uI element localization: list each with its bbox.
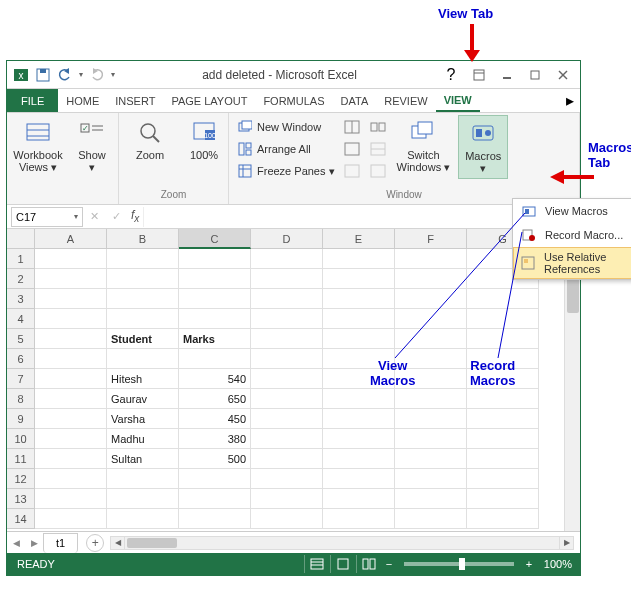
cell[interactable] (395, 289, 467, 309)
cell[interactable] (35, 309, 107, 329)
row-header[interactable]: 14 (7, 509, 35, 529)
cell[interactable] (179, 289, 251, 309)
cell[interactable] (395, 429, 467, 449)
redo-icon[interactable] (89, 67, 105, 83)
cell[interactable] (467, 329, 539, 349)
cell[interactable] (323, 469, 395, 489)
tab-formulas[interactable]: FORMULAS (255, 89, 332, 112)
zoom-slider-thumb[interactable] (459, 558, 465, 570)
cell[interactable] (467, 409, 539, 429)
cell[interactable] (251, 289, 323, 309)
sheet-nav-next[interactable]: ▶ (25, 534, 43, 552)
cell[interactable] (107, 349, 179, 369)
cell[interactable]: 380 (179, 429, 251, 449)
row-header[interactable]: 1 (7, 249, 35, 269)
cell[interactable]: 650 (179, 389, 251, 409)
name-box[interactable]: C17▾ (11, 207, 83, 227)
cell[interactable] (107, 309, 179, 329)
cell[interactable] (107, 489, 179, 509)
undo-dropdown-icon[interactable]: ▾ (79, 70, 83, 79)
view-side-button[interactable] (367, 117, 389, 137)
cell[interactable] (179, 269, 251, 289)
zoom-out-button[interactable]: − (382, 558, 396, 570)
col-header[interactable]: A (35, 229, 107, 249)
maximize-button[interactable] (522, 65, 548, 85)
zoom-100-button[interactable]: 100 100% (179, 115, 229, 165)
cell[interactable] (467, 469, 539, 489)
col-header[interactable]: D (251, 229, 323, 249)
menu-use-relative-references[interactable]: Use Relative References (513, 247, 631, 279)
cell[interactable] (179, 249, 251, 269)
ribbon-collapse-icon[interactable]: ▸ (560, 89, 580, 112)
cell[interactable]: 450 (179, 409, 251, 429)
macros-button[interactable]: Macros▾ (458, 115, 508, 179)
scroll-left-button[interactable]: ◀ (111, 537, 125, 549)
tab-view[interactable]: VIEW (436, 89, 480, 112)
cell[interactable] (395, 309, 467, 329)
help-button[interactable]: ? (438, 65, 464, 85)
unhide-button[interactable] (341, 161, 363, 181)
cell[interactable] (251, 389, 323, 409)
cell[interactable]: Madhu (107, 429, 179, 449)
cell[interactable] (35, 249, 107, 269)
row-header[interactable]: 8 (7, 389, 35, 409)
vertical-scrollbar[interactable] (564, 249, 580, 531)
cell[interactable] (251, 349, 323, 369)
cell[interactable] (467, 309, 539, 329)
cell[interactable] (179, 349, 251, 369)
sheet-nav-prev[interactable]: ◀ (7, 534, 25, 552)
cell[interactable] (251, 309, 323, 329)
zoom-button[interactable]: Zoom (125, 115, 175, 165)
tab-review[interactable]: REVIEW (376, 89, 435, 112)
cell[interactable]: Gaurav (107, 389, 179, 409)
menu-record-macro[interactable]: Record Macro... (513, 223, 631, 247)
cell[interactable] (323, 449, 395, 469)
cell[interactable] (251, 489, 323, 509)
fx-icon[interactable]: fx (127, 208, 143, 224)
cell[interactable] (35, 409, 107, 429)
cell[interactable]: Varsha (107, 409, 179, 429)
col-header[interactable]: C (179, 229, 251, 249)
cell[interactable] (35, 289, 107, 309)
cell[interactable] (35, 389, 107, 409)
row-header[interactable]: 2 (7, 269, 35, 289)
horizontal-scrollbar[interactable]: ◀ ▶ (110, 536, 574, 550)
cell[interactable] (323, 489, 395, 509)
cell[interactable] (35, 269, 107, 289)
cell[interactable] (179, 309, 251, 329)
col-header[interactable]: B (107, 229, 179, 249)
cell[interactable] (251, 329, 323, 349)
cell[interactable] (323, 329, 395, 349)
row-header[interactable]: 6 (7, 349, 35, 369)
page-layout-view-button[interactable] (330, 555, 356, 573)
cell[interactable] (467, 489, 539, 509)
row-header[interactable]: 12 (7, 469, 35, 489)
cell[interactable] (467, 429, 539, 449)
undo-icon[interactable] (57, 67, 73, 83)
cell[interactable] (35, 429, 107, 449)
workbook-views-button[interactable]: WorkbookViews ▾ (13, 115, 63, 177)
cell[interactable] (323, 389, 395, 409)
hide-button[interactable] (341, 139, 363, 159)
cell[interactable] (467, 449, 539, 469)
cell[interactable] (395, 509, 467, 529)
cell[interactable] (35, 369, 107, 389)
cell[interactable] (395, 489, 467, 509)
arrange-all-button[interactable]: Arrange All (235, 139, 337, 159)
cell[interactable]: Hitesh (107, 369, 179, 389)
cell[interactable] (35, 489, 107, 509)
cell[interactable]: Student (107, 329, 179, 349)
freeze-panes-button[interactable]: Freeze Panes ▾ (235, 161, 337, 181)
normal-view-button[interactable] (304, 555, 330, 573)
row-header[interactable]: 3 (7, 289, 35, 309)
cell[interactable] (251, 369, 323, 389)
scroll-right-button[interactable]: ▶ (559, 537, 573, 549)
tab-home[interactable]: HOME (58, 89, 107, 112)
cell[interactable] (35, 469, 107, 489)
col-header[interactable]: F (395, 229, 467, 249)
cell[interactable] (323, 309, 395, 329)
cell[interactable] (251, 249, 323, 269)
tab-data[interactable]: DATA (333, 89, 377, 112)
cell[interactable] (467, 289, 539, 309)
cell[interactable] (35, 449, 107, 469)
